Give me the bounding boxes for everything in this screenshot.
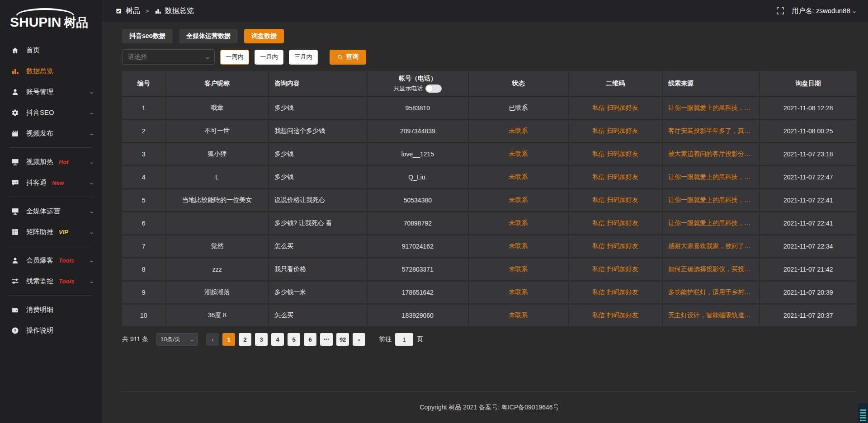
chevron-down-icon: ⌄ bbox=[851, 8, 857, 14]
query-button[interactable]: 查询 bbox=[330, 50, 366, 65]
qrcode-link[interactable]: 私信 扫码加好友 bbox=[569, 305, 663, 328]
table-row: 6 多少钱? 让我死心 看 70898792 未联系 私信 扫码加好友 让你一眼… bbox=[122, 212, 857, 235]
range-week-button[interactable]: 一周内 bbox=[220, 50, 249, 65]
cell-account: 2097344839 bbox=[368, 120, 469, 143]
source-link[interactable]: 无主灯设计，智能磁吸轨道灯... bbox=[663, 305, 760, 328]
sidebar-item-douyin-seo[interactable]: 抖音SEO ⌄ bbox=[0, 102, 102, 123]
fullscreen-icon[interactable] bbox=[777, 7, 784, 14]
prev-page-button[interactable]: ‹ bbox=[206, 333, 219, 346]
qrcode-link[interactable]: 私信 扫码加好友 bbox=[569, 235, 663, 258]
page-button-92[interactable]: 92 bbox=[336, 333, 349, 346]
logo-text-en: SHUPIN bbox=[10, 14, 61, 30]
sidebar-item-data-overview[interactable]: 数据总览 bbox=[0, 61, 102, 81]
cell-date: 2021-11-07 21:42 bbox=[760, 258, 857, 282]
footer: Copyright 树品 2021 备案号: 粤ICP备09019646号 bbox=[122, 391, 857, 423]
cell-account: Q_Liu. bbox=[368, 166, 469, 189]
sidebar-item-account-mgmt[interactable]: 账号管理 ⌄ bbox=[0, 81, 102, 102]
source-link[interactable]: 让你一眼就爱上的黑科技，能... bbox=[663, 166, 760, 189]
sidebar-item-label: 视频发布 bbox=[26, 129, 53, 138]
page-button-6[interactable]: 6 bbox=[304, 333, 316, 346]
cell-account: 70898792 bbox=[368, 212, 469, 235]
sidebar-item-doukeotong[interactable]: 抖客通 New ⌄ bbox=[0, 172, 102, 193]
source-link[interactable]: 客厅安装投影半年多了，真实... bbox=[663, 120, 760, 143]
qrcode-link[interactable]: 私信 扫码加好友 bbox=[569, 212, 663, 235]
qrcode-link[interactable]: 私信 扫码加好友 bbox=[569, 189, 663, 212]
sidebar-item-member-baoke[interactable]: 会员爆客 Tools ⌄ bbox=[0, 250, 102, 271]
table-row: 3 狐小狸 多少钱 love__1215 未联系 私信 扫码加好友 被大家追着问… bbox=[122, 143, 857, 166]
floating-widget[interactable] bbox=[858, 403, 868, 423]
cell-account: 50534380 bbox=[368, 189, 469, 212]
cell-status: 已联系 bbox=[469, 97, 569, 120]
tab-inquiry-data[interactable]: 询盘数据 bbox=[244, 29, 284, 43]
breadcrumb-root[interactable]: 树品 bbox=[126, 6, 140, 16]
cell-status: 未联系 bbox=[469, 120, 569, 143]
sidebar-item-consumption[interactable]: 消费明细 bbox=[0, 299, 102, 320]
sidebar-item-matrix-boost[interactable]: 矩阵助推 VIP ⌄ bbox=[0, 221, 102, 242]
chevron-down-icon: ⌄ bbox=[89, 159, 94, 165]
cell-status: 未联系 bbox=[469, 305, 569, 328]
source-link[interactable]: 让你一眼就爱上的黑科技，能... bbox=[663, 97, 760, 120]
cell-account: 572803371 bbox=[368, 258, 469, 282]
phone-only-toggle[interactable] bbox=[425, 85, 442, 93]
sidebar-item-home[interactable]: 首页 bbox=[0, 40, 102, 61]
source-link[interactable]: 让你一眼就爱上的黑科技，能... bbox=[663, 189, 760, 212]
page-button-4[interactable]: 4 bbox=[271, 333, 284, 346]
user-menu[interactable]: 用户名: zswodun88 ⌄ bbox=[792, 7, 856, 15]
cell-nickname: 觉然 bbox=[166, 235, 269, 258]
sidebar-item-instructions[interactable]: ? 操作说明 bbox=[0, 320, 102, 341]
source-link[interactable]: 被大家追着问的客厅投影分享... bbox=[663, 143, 760, 166]
cell-id: 7 bbox=[122, 235, 166, 258]
svg-text:?: ? bbox=[14, 329, 16, 333]
goto-page-input[interactable] bbox=[395, 333, 413, 346]
range-month-button[interactable]: 一月内 bbox=[255, 50, 283, 65]
qrcode-link[interactable]: 私信 扫码加好友 bbox=[569, 120, 663, 143]
cell-date: 2021-11-07 20:37 bbox=[760, 305, 857, 328]
qrcode-link[interactable]: 私信 扫码加好友 bbox=[569, 143, 663, 166]
chevron-down-icon: ⌄ bbox=[89, 229, 94, 235]
sidebar-menu: 首页 数据总览 账号管理 ⌄ 抖音SEO ⌄ 视频发布 ⌄ 视频加热 Hot ⌄ bbox=[0, 40, 102, 341]
cell-account: 178651642 bbox=[368, 282, 469, 305]
sidebar-item-label: 矩阵助推 bbox=[26, 228, 53, 236]
chevron-down-icon: ⌄ bbox=[204, 54, 211, 60]
tab-media-ops-data[interactable]: 全媒体运营数据 bbox=[179, 29, 238, 43]
sidebar-item-media-ops[interactable]: 全媒体运营 ⌄ bbox=[0, 201, 102, 221]
qrcode-link[interactable]: 私信 扫码加好友 bbox=[569, 258, 663, 282]
new-badge: New bbox=[52, 179, 64, 186]
page-button-1[interactable]: 1 bbox=[222, 333, 235, 346]
col-nickname: 客户昵称 bbox=[166, 71, 269, 97]
sidebar: SHUPIN 树品 首页 数据总览 账号管理 ⌄ 抖音SEO ⌄ 视频发布 ⌄ bbox=[0, 0, 102, 423]
tab-douyin-seo-data[interactable]: 抖音seo数据 bbox=[122, 29, 173, 43]
video-publish-icon bbox=[11, 129, 19, 137]
chevron-down-icon: ⌄ bbox=[89, 278, 94, 284]
page-button-5[interactable]: 5 bbox=[288, 333, 300, 346]
account-select[interactable]: 请选择 ⌄ bbox=[122, 49, 215, 65]
page-size-select[interactable]: 10条/页 ⌄ bbox=[156, 333, 198, 346]
cell-status: 未联系 bbox=[469, 282, 569, 305]
qrcode-link[interactable]: 私信 扫码加好友 bbox=[569, 97, 663, 120]
qrcode-link[interactable]: 私信 扫码加好友 bbox=[569, 282, 663, 305]
page-button-3[interactable]: 3 bbox=[255, 333, 268, 346]
next-page-button[interactable]: › bbox=[353, 333, 365, 346]
page-size-value: 10条/页 bbox=[160, 335, 180, 343]
cell-content: 说说价格让我死心 bbox=[269, 189, 368, 212]
sidebar-item-video-publish[interactable]: 视频发布 ⌄ bbox=[0, 123, 102, 144]
cell-account: 183929060 bbox=[368, 305, 469, 328]
page-button-2[interactable]: 2 bbox=[239, 333, 251, 346]
cell-id: 6 bbox=[122, 212, 166, 235]
cell-nickname bbox=[166, 212, 269, 235]
main-content: 抖音seo数据 全媒体运营数据 询盘数据 请选择 ⌄ 一周内 一月内 三月内 查… bbox=[102, 22, 868, 423]
user-icon bbox=[11, 256, 19, 264]
phone-toggle-label: 只显示电话 bbox=[393, 85, 423, 93]
range-quarter-button[interactable]: 三月内 bbox=[289, 50, 318, 65]
cell-content: 怎么买 bbox=[269, 235, 368, 258]
cell-account: love__1215 bbox=[368, 143, 469, 166]
sidebar-item-video-heat[interactable]: 视频加热 Hot ⌄ bbox=[0, 151, 102, 172]
sidebar-item-lead-monitor[interactable]: 线索监控 Tools ⌄ bbox=[0, 271, 102, 291]
source-link[interactable]: 多功能护栏灯，适用于乡村文... bbox=[663, 282, 760, 305]
qrcode-link[interactable]: 私信 扫码加好友 bbox=[569, 166, 663, 189]
sidebar-item-label: 账号管理 bbox=[26, 88, 53, 96]
more-pages-button[interactable]: ••• bbox=[320, 333, 333, 346]
source-link[interactable]: 让你一眼就爱上的黑科技，能... bbox=[663, 212, 760, 235]
source-link[interactable]: 感谢大家喜欢我家，被问了好... bbox=[663, 235, 760, 258]
source-link[interactable]: 如何正确选择投影仪，买投影... bbox=[663, 258, 760, 282]
